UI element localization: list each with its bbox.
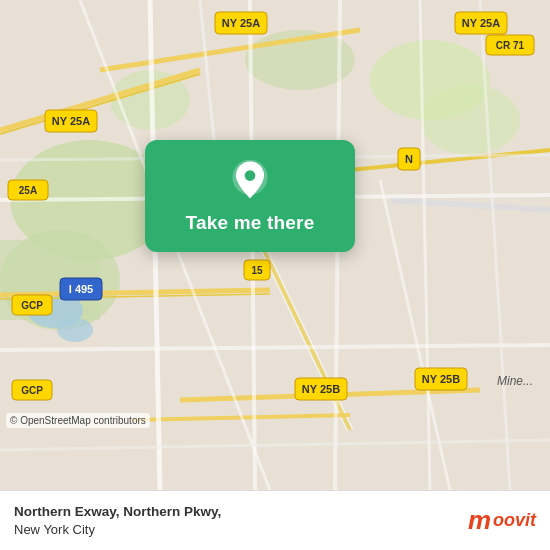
address-line2: New York City [14,521,458,539]
svg-text:NY 25A: NY 25A [222,17,260,29]
svg-text:GCP: GCP [21,385,43,396]
moovit-m-icon: m [468,505,490,536]
osm-credit: © OpenStreetMap contributors [6,413,150,428]
svg-text:NY 25B: NY 25B [422,373,460,385]
cta-button-label: Take me there [186,212,315,234]
svg-text:GCP: GCP [21,300,43,311]
svg-text:Mine...: Mine... [497,374,533,388]
svg-text:NY 25B: NY 25B [302,383,340,395]
svg-point-5 [420,85,520,155]
svg-point-59 [245,170,256,181]
location-pin-icon [228,158,272,202]
cta-card[interactable]: Take me there [145,140,355,252]
svg-text:15: 15 [251,265,263,276]
moovit-logo: m oovit [468,505,536,536]
map-area: NY 25A NY 25A NY 25A I 495 NY 25B NY 25B… [0,0,550,490]
bottom-bar: Northern Exway, Northern Pkwy, New York … [0,490,550,550]
svg-text:NY 25A: NY 25A [462,17,500,29]
address-text: Northern Exway, Northern Pkwy, New York … [14,503,458,539]
svg-point-9 [57,318,93,342]
address-line1: Northern Exway, Northern Pkwy, [14,503,458,521]
moovit-wordmark: oovit [493,510,536,531]
svg-text:N: N [405,153,413,165]
svg-text:25A: 25A [19,185,37,196]
svg-text:I 495: I 495 [69,283,93,295]
svg-text:CR 71: CR 71 [496,40,525,51]
svg-text:NY 25A: NY 25A [52,115,90,127]
